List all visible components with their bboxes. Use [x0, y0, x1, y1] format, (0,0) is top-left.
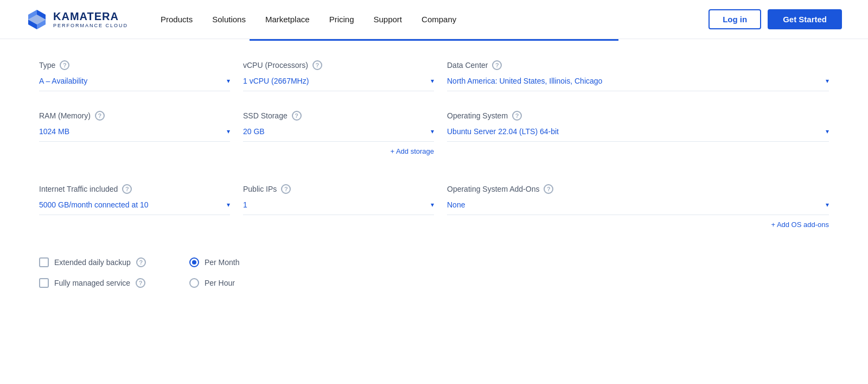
- vcpu-help-icon[interactable]: ?: [312, 60, 322, 70]
- os-label-row: Operating System ?: [447, 111, 829, 121]
- datacenter-value: North America: United States, Illinois, …: [447, 77, 602, 85]
- os-value: Ubuntu Server 22.04 (LTS) 64-bit: [447, 127, 559, 136]
- public-ips-label: Public IPs: [243, 185, 277, 193]
- os-label: Operating System: [447, 111, 508, 120]
- radio-per-hour: Per Hour: [189, 278, 240, 288]
- type-help-icon[interactable]: ?: [60, 60, 69, 70]
- ssd-label-row: SSD Storage ?: [243, 111, 434, 121]
- form-row-1: Type ? A – Availability ▾ vCPU (Processo…: [39, 60, 829, 91]
- ssd-label: SSD Storage: [243, 111, 288, 120]
- traffic-select[interactable]: 5000 GB/month connected at 10 ▾: [39, 200, 230, 215]
- public-ips-help-icon[interactable]: ?: [281, 184, 291, 194]
- per-month-label: Per Month: [205, 258, 240, 267]
- ssd-select[interactable]: 20 GB ▾: [243, 127, 434, 142]
- traffic-field: Internet Traffic included ? 5000 GB/mont…: [39, 184, 243, 238]
- managed-service-checkbox[interactable]: [39, 278, 49, 288]
- logo-text: KAMATERA PERFORMANCE CLOUD: [53, 10, 128, 28]
- public-ips-field: Public IPs ? 1 ▾: [243, 184, 447, 238]
- ssd-field: SSD Storage ? 20 GB ▾ + Add storage: [243, 111, 447, 165]
- per-hour-label: Per Hour: [205, 279, 235, 287]
- logo[interactable]: KAMATERA PERFORMANCE CLOUD: [26, 9, 128, 30]
- ssd-value: 20 GB: [243, 127, 265, 136]
- os-select[interactable]: Ubuntu Server 22.04 (LTS) 64-bit ▾: [447, 127, 829, 142]
- vcpu-label-row: vCPU (Processors) ?: [243, 60, 434, 70]
- nav-support[interactable]: Support: [374, 15, 403, 24]
- public-ips-select[interactable]: 1 ▾: [243, 200, 434, 215]
- get-started-button[interactable]: Get Started: [768, 9, 842, 29]
- checkbox-extended-backup: Extended daily backup ?: [39, 257, 146, 267]
- ram-value: 1024 MB: [39, 127, 69, 136]
- public-ips-label-row: Public IPs ?: [243, 184, 434, 194]
- os-addons-help-icon[interactable]: ?: [544, 184, 553, 194]
- public-ips-value: 1: [243, 200, 247, 209]
- datacenter-help-icon[interactable]: ?: [492, 60, 502, 70]
- os-addons-select[interactable]: None ▾: [447, 200, 829, 215]
- type-label-row: Type ?: [39, 60, 230, 70]
- logo-icon: [26, 9, 48, 30]
- vcpu-chevron: ▾: [431, 77, 434, 85]
- vcpu-field: vCPU (Processors) ? 1 vCPU (2667MHz) ▾: [243, 60, 447, 91]
- per-month-radio[interactable]: [189, 257, 199, 267]
- add-storage-link[interactable]: + Add storage: [390, 147, 434, 155]
- extended-backup-help-icon[interactable]: ?: [136, 257, 146, 267]
- os-addons-field: Operating System Add-Ons ? None ▾ + Add …: [447, 184, 829, 238]
- type-label: Type: [39, 61, 55, 70]
- datacenter-label-row: Data Center ?: [447, 60, 829, 70]
- add-os-addons-link-container: + Add OS add-ons: [447, 219, 829, 229]
- public-ips-chevron: ▾: [431, 201, 434, 209]
- ram-label: RAM (Memory): [39, 111, 91, 120]
- type-field: Type ? A – Availability ▾: [39, 60, 243, 91]
- extended-backup-checkbox[interactable]: [39, 257, 49, 267]
- options-section: Extended daily backup ? Fully managed se…: [39, 257, 829, 288]
- radio-per-month: Per Month: [189, 257, 240, 267]
- form-row-3: Internet Traffic included ? 5000 GB/mont…: [39, 184, 829, 238]
- os-field: Operating System ? Ubuntu Server 22.04 (…: [447, 111, 829, 165]
- extended-backup-label: Extended daily backup: [54, 258, 131, 267]
- main-content: Type ? A – Availability ▾ vCPU (Processo…: [0, 41, 868, 314]
- os-addons-chevron: ▾: [826, 201, 829, 209]
- type-select[interactable]: A – Availability ▾: [39, 77, 230, 91]
- radio-group: Per Month Per Hour: [189, 257, 240, 288]
- datacenter-field: Data Center ? North America: United Stat…: [447, 60, 829, 91]
- vcpu-select[interactable]: 1 vCPU (2667MHz) ▾: [243, 77, 434, 91]
- ram-help-icon[interactable]: ?: [95, 111, 105, 121]
- traffic-label: Internet Traffic included: [39, 185, 118, 193]
- datacenter-label: Data Center: [447, 61, 488, 70]
- type-value: A – Availability: [39, 77, 87, 85]
- nav-company[interactable]: Company: [422, 15, 456, 24]
- checkbox-group: Extended daily backup ? Fully managed se…: [39, 257, 146, 288]
- type-chevron: ▾: [227, 77, 230, 85]
- managed-service-help-icon[interactable]: ?: [136, 278, 145, 288]
- datacenter-select[interactable]: North America: United States, Illinois, …: [447, 77, 829, 91]
- add-os-addons-link[interactable]: + Add OS add-ons: [771, 221, 829, 229]
- os-chevron: ▾: [826, 128, 829, 135]
- form-row-2: RAM (Memory) ? 1024 MB ▾ SSD Storage ? 2…: [39, 111, 829, 165]
- add-storage-link-container: + Add storage: [243, 146, 434, 156]
- managed-service-label: Fully managed service: [54, 279, 130, 287]
- ssd-chevron: ▾: [431, 128, 434, 135]
- vcpu-value: 1 vCPU (2667MHz): [243, 77, 309, 85]
- nav-marketplace[interactable]: Marketplace: [265, 15, 310, 24]
- logo-sub: PERFORMANCE CLOUD: [53, 23, 128, 28]
- traffic-help-icon[interactable]: ?: [122, 184, 132, 194]
- ram-chevron: ▾: [227, 128, 230, 135]
- per-hour-radio[interactable]: [189, 278, 199, 288]
- checkbox-managed-service: Fully managed service ?: [39, 278, 146, 288]
- ram-select[interactable]: 1024 MB ▾: [39, 127, 230, 142]
- traffic-value: 5000 GB/month connected at 10: [39, 200, 149, 209]
- os-addons-label-row: Operating System Add-Ons ?: [447, 184, 829, 194]
- nav-products[interactable]: Products: [161, 15, 193, 24]
- nav-actions: Log in Get Started: [709, 9, 842, 29]
- os-help-icon[interactable]: ?: [512, 111, 522, 121]
- traffic-label-row: Internet Traffic included ?: [39, 184, 230, 194]
- ram-label-row: RAM (Memory) ?: [39, 111, 230, 121]
- nav-pricing[interactable]: Pricing: [329, 15, 354, 24]
- login-button[interactable]: Log in: [709, 9, 761, 29]
- ssd-help-icon[interactable]: ?: [292, 111, 302, 121]
- vcpu-label: vCPU (Processors): [243, 61, 308, 70]
- os-addons-value: None: [447, 200, 465, 209]
- ram-field: RAM (Memory) ? 1024 MB ▾: [39, 111, 243, 165]
- traffic-chevron: ▾: [227, 201, 230, 209]
- os-addons-label: Operating System Add-Ons: [447, 185, 539, 193]
- nav-solutions[interactable]: Solutions: [212, 15, 246, 24]
